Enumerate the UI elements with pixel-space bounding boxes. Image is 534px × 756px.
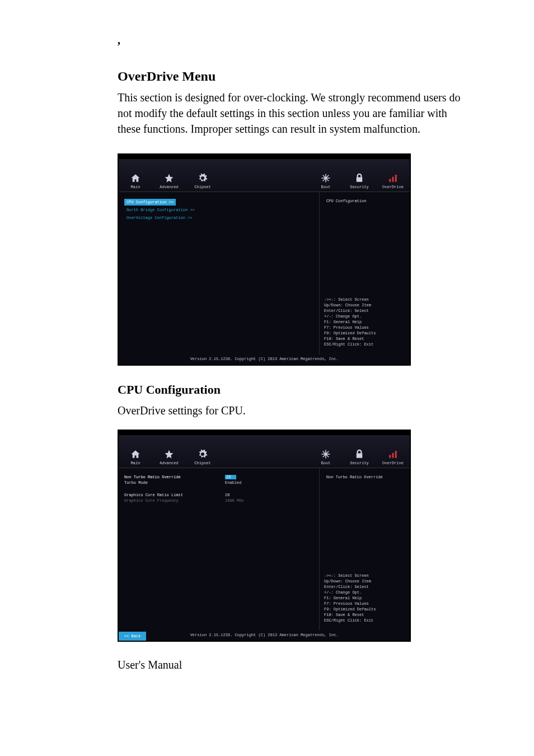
tab-main[interactable]: Main: [119, 447, 152, 468]
help-line: F9: Optimized Defaults: [324, 607, 405, 612]
bios-tab-bar: Main Advanced Chipset Boot Security Ov: [119, 159, 410, 192]
stray-comma: ,: [118, 34, 472, 46]
tab-boot[interactable]: Boot: [309, 447, 343, 468]
svg-rect-3: [389, 455, 391, 458]
tab-main-label: Main: [119, 461, 152, 465]
subsection-body-cpu: OverDrive settings for CPU.: [118, 403, 472, 418]
menu-item-overvoltage-config[interactable]: OverVoltage Configuration >>: [124, 214, 313, 221]
star-icon: [164, 173, 174, 183]
svg-rect-2: [395, 175, 397, 182]
setting-label: Turbo Mode: [124, 480, 225, 485]
menu-item-cpu-config[interactable]: CPU Configuration >>: [124, 199, 176, 206]
help-line: Enter/Click: Select: [324, 309, 405, 313]
tab-chipset-label: Chipset: [186, 185, 219, 189]
help-line: +/-: Change Opt.: [324, 314, 405, 319]
help-line: -><-: Select Screen: [324, 297, 405, 302]
help-line: F1: General Help: [324, 596, 405, 600]
page-footer: User's Manual: [118, 659, 472, 671]
help-line: Up/Down: Choose Item: [324, 303, 405, 307]
snowflake-icon: [321, 449, 331, 459]
setting-gfx-ratio-limit[interactable]: Graphics Core Ratio Limit 20: [124, 493, 313, 497]
bars-icon: [388, 449, 398, 459]
menu-item-northbridge-config[interactable]: North Bridge Configuration >>: [124, 207, 313, 213]
setting-value: 20: [225, 493, 313, 497]
subsection-title-cpu: CPU Configuration: [118, 382, 472, 397]
tab-security[interactable]: Security: [343, 171, 376, 192]
star-icon: [164, 449, 174, 459]
gear-icon: [198, 449, 208, 459]
tab-overdrive-label: OverDrive: [376, 461, 410, 465]
tab-advanced[interactable]: Advanced: [152, 171, 186, 192]
help-line: Up/Down: Choose Item: [324, 579, 405, 584]
tab-advanced-label: Advanced: [152, 185, 186, 189]
svg-rect-0: [389, 179, 391, 182]
setting-value: 1000 MHz: [225, 498, 313, 503]
tab-overdrive[interactable]: OverDrive: [376, 447, 410, 468]
help-line: F10: Save & Reset: [324, 613, 405, 617]
setting-value[interactable]: 23: [225, 475, 236, 479]
setting-gfx-core-freq: Graphics Core Frequency 1000 MHz: [124, 498, 313, 503]
tab-main[interactable]: Main: [119, 171, 152, 192]
tab-boot-label: Boot: [309, 461, 343, 465]
section-body-overdrive: This section is designed for over-clocki…: [118, 90, 472, 137]
bios-tab-bar: Main Advanced Chipset Boot Security Ov: [119, 435, 410, 468]
section-title-overdrive: OverDrive Menu: [118, 69, 472, 84]
tab-boot-label: Boot: [309, 185, 343, 189]
svg-rect-5: [395, 451, 397, 458]
tab-spacer: [219, 463, 309, 468]
tab-boot[interactable]: Boot: [309, 171, 343, 192]
help-heading: Non Turbo Ratio Override: [324, 475, 405, 479]
tab-advanced-label: Advanced: [152, 461, 186, 465]
bios-screenshot-overdrive-menu: Main Advanced Chipset Boot Security Ov: [118, 153, 411, 366]
bios-copyright: Version 2.15.1238. Copyright (C) 2013 Am…: [119, 354, 410, 365]
help-heading: CPU Configuration: [324, 199, 405, 203]
help-line: ESC/Right Click: Exit: [324, 342, 405, 347]
help-line: F10: Save & Reset: [324, 337, 405, 341]
tab-security[interactable]: Security: [343, 447, 376, 468]
help-line: ESC/Right Click: Exit: [324, 618, 405, 623]
setting-non-turbo-ratio[interactable]: Non Turbo Ratio Override 23: [124, 475, 313, 479]
setting-label: Non Turbo Ratio Override: [124, 475, 225, 479]
svg-rect-1: [392, 177, 394, 182]
tab-chipset[interactable]: Chipset: [186, 171, 219, 192]
key-help: -><-: Select Screen Up/Down: Choose Item…: [324, 573, 405, 624]
bios-menu-list: CPU Configuration >> North Bridge Config…: [119, 192, 319, 354]
snowflake-icon: [321, 173, 331, 183]
setting-turbo-mode[interactable]: Turbo Mode Enabled: [124, 480, 313, 485]
help-line: F1: General Help: [324, 320, 405, 324]
tab-chipset[interactable]: Chipset: [186, 447, 219, 468]
gear-icon: [198, 173, 208, 183]
tab-spacer: [219, 187, 309, 192]
key-help: -><-: Select Screen Up/Down: Choose Item…: [324, 297, 405, 348]
tab-security-label: Security: [343, 185, 376, 189]
bios-settings-list: Non Turbo Ratio Override 23 Turbo Mode E…: [119, 468, 319, 631]
svg-rect-4: [392, 453, 394, 458]
bars-icon: [388, 173, 398, 183]
bios-screenshot-cpu-config: Main Advanced Chipset Boot Security Ov: [118, 430, 411, 642]
tab-chipset-label: Chipset: [186, 461, 219, 465]
help-line: F7: Previous Values: [324, 601, 405, 606]
home-icon: [130, 173, 140, 183]
tab-overdrive-label: OverDrive: [376, 185, 410, 189]
bios-copyright: Version 2.15.1238. Copyright (C) 2013 Am…: [190, 633, 339, 637]
help-line: F7: Previous Values: [324, 325, 405, 330]
back-button[interactable]: << Back: [119, 632, 146, 641]
lock-icon: [354, 449, 364, 459]
setting-label: Graphics Core Frequency: [124, 498, 225, 503]
help-line: Enter/Click: Select: [324, 585, 405, 589]
help-line: +/-: Change Opt.: [324, 590, 405, 595]
home-icon: [130, 449, 140, 459]
setting-label: Graphics Core Ratio Limit: [124, 493, 225, 497]
help-line: -><-: Select Screen: [324, 573, 405, 578]
tab-security-label: Security: [343, 461, 376, 465]
tab-advanced[interactable]: Advanced: [152, 447, 186, 468]
setting-value: Enabled: [225, 480, 313, 485]
lock-icon: [354, 173, 364, 183]
help-line: F9: Optimized Defaults: [324, 331, 405, 335]
tab-overdrive[interactable]: OverDrive: [376, 171, 410, 192]
tab-main-label: Main: [119, 185, 152, 189]
